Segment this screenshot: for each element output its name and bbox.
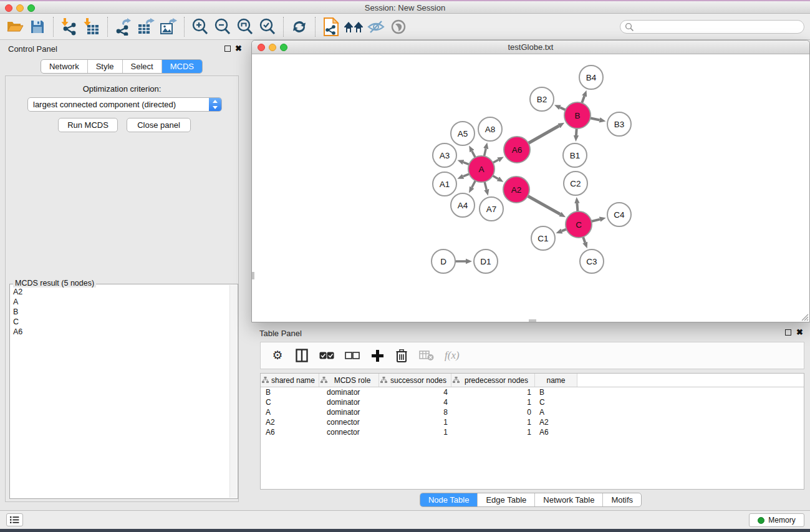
show-all-icon[interactable] <box>387 17 410 37</box>
tab-style[interactable]: Style <box>88 60 123 73</box>
table-cell[interactable]: 1 <box>451 418 535 427</box>
resize-grip-icon[interactable] <box>800 312 809 321</box>
close-panel-button[interactable]: Close panel <box>127 118 191 132</box>
table-cell[interactable]: A2 <box>535 418 577 427</box>
table-cell[interactable]: dominator <box>319 388 379 397</box>
tab-edge-table[interactable]: Edge Table <box>478 493 535 506</box>
graph-node-A[interactable]: A <box>468 156 494 182</box>
hide-selected-icon[interactable] <box>365 17 387 37</box>
graph-node-A4[interactable]: A4 <box>451 193 475 217</box>
import-table-from-file-icon[interactable] <box>80 17 103 37</box>
mcds-result-item[interactable]: B <box>11 307 229 317</box>
deselect-all-rows-icon[interactable] <box>345 348 360 363</box>
apply-preferred-layout-icon[interactable] <box>320 17 342 37</box>
table-row[interactable]: A2connector11A2 <box>261 417 804 427</box>
first-neighbors-icon[interactable] <box>342 17 365 37</box>
graph-node-C2[interactable]: C2 <box>564 172 587 195</box>
table-row[interactable]: A6connector11A6 <box>261 427 804 437</box>
table-cell[interactable]: 1 <box>379 428 451 437</box>
table-cell[interactable]: 1 <box>379 418 451 427</box>
mcds-result-item[interactable]: C <box>11 317 229 327</box>
table-cell[interactable]: A2 <box>261 418 319 427</box>
export-table-icon[interactable] <box>135 17 157 37</box>
canvas-horizontal-scroll-thumb[interactable] <box>529 319 536 322</box>
table-cell[interactable]: 1 <box>451 398 535 407</box>
table-cell[interactable]: 4 <box>379 388 451 397</box>
graph-node-B3[interactable]: B3 <box>607 112 631 136</box>
network-window-titlebar[interactable]: testGlobe.txt <box>252 41 809 54</box>
zoom-in-icon[interactable] <box>189 17 211 37</box>
table-cell[interactable]: A6 <box>261 428 319 437</box>
graph-node-A5[interactable]: A5 <box>451 122 475 145</box>
mcds-result-list[interactable]: A2ABCA6 <box>11 287 229 497</box>
open-session-icon[interactable] <box>4 17 26 37</box>
tab-node-table[interactable]: Node Table <box>420 493 478 506</box>
task-history-button[interactable] <box>6 513 23 526</box>
graph-node-A8[interactable]: A8 <box>478 117 502 141</box>
delete-table-icon[interactable] <box>419 348 434 363</box>
graph-node-A2[interactable]: A2 <box>503 177 529 203</box>
tab-select[interactable]: Select <box>123 60 162 73</box>
table-cell[interactable]: C <box>261 398 319 407</box>
graph-node-B1[interactable]: B1 <box>563 143 587 167</box>
zoom-selected-icon[interactable] <box>256 17 279 37</box>
criterion-select[interactable]: largest connected component (directed) <box>27 97 222 112</box>
search-input[interactable] <box>634 22 804 31</box>
graph-node-A6[interactable]: A6 <box>504 137 530 163</box>
tab-mcds[interactable]: MCDS <box>162 60 202 73</box>
table-cell[interactable]: A <box>261 408 319 417</box>
close-table-panel-icon[interactable]: ✖ <box>796 327 803 337</box>
memory-button[interactable]: Memory <box>749 513 804 527</box>
mcds-result-item[interactable]: A2 <box>11 287 229 297</box>
tab-motifs[interactable]: Motifs <box>603 493 641 506</box>
add-column-icon[interactable] <box>370 348 384 363</box>
float-panel-icon[interactable] <box>224 46 231 52</box>
network-canvas[interactable]: AA1A2A3A4A5A6A7A8BB1B2B3B4CC1C2C3C4DD1 <box>252 55 809 322</box>
tab-network[interactable]: Network <box>41 60 88 73</box>
table-cell[interactable]: A6 <box>535 428 577 437</box>
graph-node-A1[interactable]: A1 <box>433 172 456 196</box>
zoom-out-icon[interactable] <box>211 17 234 37</box>
canvas-vertical-scroll-thumb[interactable] <box>252 272 254 279</box>
table-cell[interactable]: C <box>535 398 577 407</box>
table-cell[interactable]: 1 <box>451 388 535 397</box>
column-header-successor-nodes[interactable]: successor nodes <box>379 374 451 387</box>
export-image-icon[interactable] <box>157 17 180 37</box>
column-header-shared-name[interactable]: shared name <box>261 374 319 387</box>
table-cell[interactable]: 4 <box>379 398 451 407</box>
graph-node-C4[interactable]: C4 <box>607 203 631 226</box>
function-builder-icon[interactable]: f(x) <box>445 348 460 363</box>
table-cell[interactable]: dominator <box>319 408 379 417</box>
graph-node-A7[interactable]: A7 <box>480 197 503 221</box>
table-cell[interactable]: connector <box>319 418 379 427</box>
column-header-name[interactable]: name <box>535 374 577 387</box>
graph-node-C[interactable]: C <box>566 211 592 238</box>
table-cell[interactable]: 0 <box>451 408 535 417</box>
column-header-mcds-role[interactable]: MCDS role <box>319 374 379 387</box>
mcds-result-item[interactable]: A <box>11 297 229 307</box>
table-cell[interactable]: B <box>535 388 577 397</box>
result-list-scrollbar[interactable] <box>229 285 237 498</box>
delete-columns-icon[interactable] <box>395 348 408 363</box>
table-cell[interactable]: 1 <box>451 428 535 437</box>
column-settings-icon[interactable]: ⚙ <box>271 348 284 363</box>
graph-node-A3[interactable]: A3 <box>433 143 456 167</box>
save-session-icon[interactable] <box>26 17 49 37</box>
table-cell[interactable]: A <box>535 408 577 417</box>
table-row[interactable]: Adominator80A <box>261 407 804 417</box>
graph-node-B4[interactable]: B4 <box>579 65 603 89</box>
show-hide-columns-icon[interactable] <box>295 348 309 363</box>
close-panel-icon[interactable]: ✖ <box>235 44 242 53</box>
refresh-view-icon[interactable] <box>288 17 311 37</box>
graph-node-D[interactable]: D <box>432 249 455 273</box>
graph-node-C3[interactable]: C3 <box>580 249 604 273</box>
table-cell[interactable]: B <box>261 388 319 397</box>
zoom-fit-content-icon[interactable] <box>234 17 256 37</box>
table-row[interactable]: Bdominator41B <box>261 387 804 397</box>
graph-node-D1[interactable]: D1 <box>474 249 498 273</box>
mcds-result-item[interactable]: A6 <box>11 327 229 337</box>
tab-network-table[interactable]: Network Table <box>535 493 603 506</box>
float-table-panel-icon[interactable] <box>785 329 791 336</box>
run-mcds-button[interactable]: Run MCDS <box>58 118 118 132</box>
select-all-rows-icon[interactable] <box>319 348 334 363</box>
